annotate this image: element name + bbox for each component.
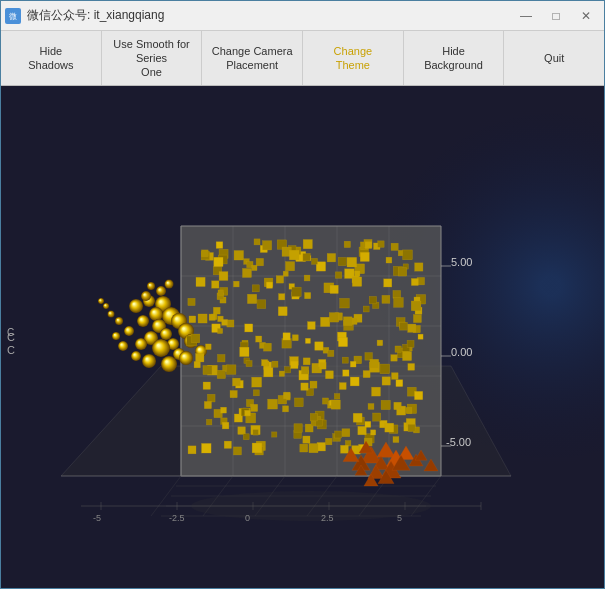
chart-canvas (1, 86, 604, 588)
axis-label-c: C (7, 327, 14, 338)
chart-area: C (1, 86, 604, 588)
title-bar-controls: — □ ✕ (512, 6, 600, 26)
title-bar-left: 微 微信公众号: it_xiangqiang (5, 7, 164, 24)
quit-button[interactable]: Quit (504, 31, 604, 85)
maximize-button[interactable]: □ (542, 6, 570, 26)
toolbar: HideShadows Use Smooth for SeriesOne Cha… (1, 31, 604, 86)
minimize-button[interactable]: — (512, 6, 540, 26)
main-window: 微 微信公众号: it_xiangqiang — □ ✕ HideShadows… (0, 0, 605, 589)
title-bar: 微 微信公众号: it_xiangqiang — □ ✕ (1, 1, 604, 31)
app-icon: 微 (5, 8, 21, 24)
smooth-series-button[interactable]: Use Smooth for SeriesOne (102, 31, 203, 85)
hide-background-button[interactable]: HideBackground (404, 31, 505, 85)
camera-placement-button[interactable]: Change CameraPlacement (202, 31, 303, 85)
hide-shadows-button[interactable]: HideShadows (1, 31, 102, 85)
close-button[interactable]: ✕ (572, 6, 600, 26)
svg-text:微: 微 (9, 12, 17, 21)
window-title: 微信公众号: it_xiangqiang (27, 7, 164, 24)
change-theme-button[interactable]: ChangeTheme (303, 31, 404, 85)
